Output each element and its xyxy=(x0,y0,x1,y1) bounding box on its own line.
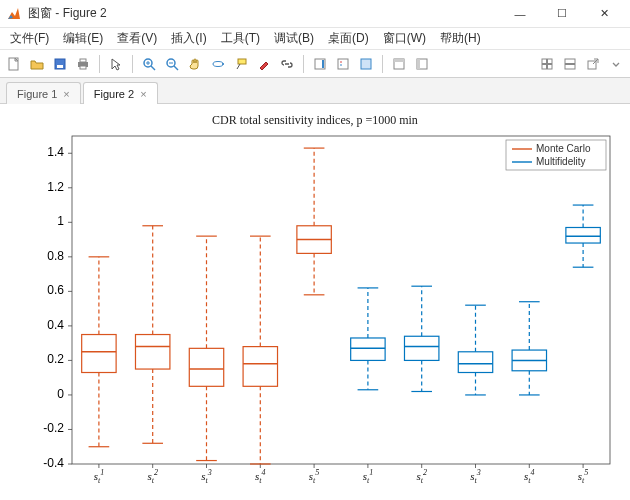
zoom-out-icon xyxy=(165,57,179,71)
zoom-in-button[interactable] xyxy=(139,54,159,74)
toolbar-separator xyxy=(99,55,100,73)
save-icon xyxy=(53,57,67,71)
svg-text:st4: st4 xyxy=(255,468,266,485)
print-button[interactable] xyxy=(73,54,93,74)
legend-button[interactable] xyxy=(333,54,353,74)
svg-text:CDR total sensitivity indices,: CDR total sensitivity indices, p =1000 m… xyxy=(212,113,418,127)
show-plot-tools-button[interactable] xyxy=(412,54,432,74)
menu-more-icon xyxy=(609,57,623,71)
brush-button[interactable] xyxy=(254,54,274,74)
menu-view[interactable]: 查看(V) xyxy=(111,28,163,49)
menu-desktop[interactable]: 桌面(D) xyxy=(322,28,375,49)
zoom-out-button[interactable] xyxy=(162,54,182,74)
maximize-button[interactable]: ☐ xyxy=(542,1,582,27)
colorbar-button[interactable] xyxy=(310,54,330,74)
layout-2-icon xyxy=(415,57,429,71)
svg-rect-17 xyxy=(322,60,324,68)
svg-line-7 xyxy=(151,66,155,70)
legend-icon xyxy=(336,57,350,71)
menu-help[interactable]: 帮助(H) xyxy=(434,28,487,49)
svg-line-11 xyxy=(174,66,178,70)
tile-icon xyxy=(540,57,554,71)
svg-text:st3: st3 xyxy=(470,468,481,485)
menu-window[interactable]: 窗口(W) xyxy=(377,28,432,49)
window-titlebar: 图窗 - Figure 2 — ☐ ✕ xyxy=(0,0,630,28)
svg-text:Monte Carlo: Monte Carlo xyxy=(536,143,591,154)
svg-text:-0.4: -0.4 xyxy=(43,456,64,470)
svg-line-15 xyxy=(237,64,240,69)
dock-button-2[interactable] xyxy=(560,54,580,74)
dock-button-1[interactable] xyxy=(537,54,557,74)
toolbar xyxy=(0,50,630,78)
svg-rect-5 xyxy=(80,66,86,69)
svg-rect-25 xyxy=(417,59,420,69)
zoom-in-icon xyxy=(142,57,156,71)
folder-open-icon xyxy=(30,57,44,71)
tab-label: Figure 1 xyxy=(17,88,57,100)
hand-icon xyxy=(188,57,202,71)
svg-text:0.2: 0.2 xyxy=(47,352,64,366)
split-h-icon xyxy=(563,57,577,71)
svg-rect-27 xyxy=(548,59,553,64)
edit-plot-button[interactable] xyxy=(106,54,126,74)
svg-text:st2: st2 xyxy=(147,468,158,485)
svg-text:1.2: 1.2 xyxy=(47,180,64,194)
svg-text:st1: st1 xyxy=(94,468,105,485)
toolbar-separator xyxy=(132,55,133,73)
svg-text:0.4: 0.4 xyxy=(47,318,64,332)
open-button[interactable] xyxy=(27,54,47,74)
menu-edit[interactable]: 编辑(E) xyxy=(57,28,109,49)
axes-props-button[interactable] xyxy=(356,54,376,74)
dock-button-3[interactable] xyxy=(583,54,603,74)
svg-rect-14 xyxy=(238,59,246,64)
menu-debug[interactable]: 调试(B) xyxy=(268,28,320,49)
svg-rect-21 xyxy=(361,59,371,69)
data-cursor-button[interactable] xyxy=(231,54,251,74)
tab-figure-2[interactable]: Figure 2 × xyxy=(83,82,158,104)
save-button[interactable] xyxy=(50,54,70,74)
layout-1-icon xyxy=(392,57,406,71)
menu-tools[interactable]: 工具(T) xyxy=(215,28,266,49)
svg-text:st1: st1 xyxy=(363,468,374,485)
brush-icon xyxy=(257,57,271,71)
svg-rect-29 xyxy=(548,64,553,69)
arrow-cursor-icon xyxy=(109,57,123,71)
dock-button-4[interactable] xyxy=(606,54,626,74)
close-icon[interactable]: × xyxy=(140,88,146,100)
undock-icon xyxy=(586,57,600,71)
svg-text:st5: st5 xyxy=(309,468,320,485)
hide-plot-tools-button[interactable] xyxy=(389,54,409,74)
toolbar-separator xyxy=(382,55,383,73)
pan-button[interactable] xyxy=(185,54,205,74)
menu-insert[interactable]: 插入(I) xyxy=(165,28,212,49)
svg-text:0.8: 0.8 xyxy=(47,249,64,263)
menu-bar: 文件(F) 编辑(E) 查看(V) 插入(I) 工具(T) 调试(B) 桌面(D… xyxy=(0,28,630,50)
colorbar-icon xyxy=(313,57,327,71)
rotate-3d-icon xyxy=(211,57,225,71)
axes-icon xyxy=(359,57,373,71)
svg-point-13 xyxy=(213,61,223,66)
toolbar-separator xyxy=(303,55,304,73)
svg-text:st2: st2 xyxy=(416,468,427,485)
new-file-icon xyxy=(7,57,21,71)
svg-text:st4: st4 xyxy=(524,468,535,485)
svg-text:st5: st5 xyxy=(578,468,589,485)
matlab-icon xyxy=(6,6,22,22)
new-figure-button[interactable] xyxy=(4,54,24,74)
svg-text:Multifidelity: Multifidelity xyxy=(536,156,585,167)
tab-figure-1[interactable]: Figure 1 × xyxy=(6,82,81,104)
close-icon[interactable]: × xyxy=(63,88,69,100)
svg-rect-28 xyxy=(542,64,547,69)
svg-rect-26 xyxy=(542,59,547,64)
svg-rect-18 xyxy=(338,59,348,69)
menu-file[interactable]: 文件(F) xyxy=(4,28,55,49)
close-button[interactable]: ✕ xyxy=(584,1,624,27)
minimize-button[interactable]: — xyxy=(500,1,540,27)
rotate-button[interactable] xyxy=(208,54,228,74)
link-icon xyxy=(280,57,294,71)
figure-canvas[interactable]: CDR total sensitivity indices, p =1000 m… xyxy=(0,104,630,500)
link-button[interactable] xyxy=(277,54,297,74)
tab-label: Figure 2 xyxy=(94,88,134,100)
print-icon xyxy=(76,57,90,71)
window-title: 图窗 - Figure 2 xyxy=(28,5,500,22)
